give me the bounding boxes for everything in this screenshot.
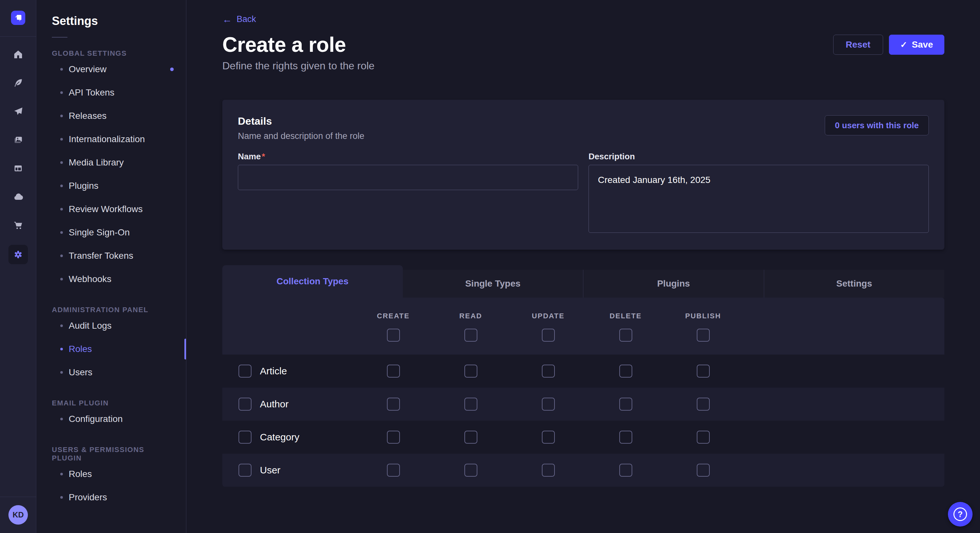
select-all-create-checkbox[interactable] bbox=[387, 329, 400, 342]
sidebar-item-overview[interactable]: Overview bbox=[36, 58, 186, 81]
tab-collection-types[interactable]: Collection Types bbox=[222, 265, 403, 298]
details-title: Details bbox=[238, 115, 364, 127]
tab-plugins[interactable]: Plugins bbox=[583, 270, 764, 298]
user-delete-checkbox[interactable] bbox=[619, 464, 632, 477]
select-all-update-checkbox[interactable] bbox=[542, 329, 555, 342]
bullet-icon bbox=[60, 138, 63, 141]
name-label: Name* bbox=[238, 152, 265, 161]
section-label-administration-panel: ADMINISTRATION PANEL bbox=[52, 306, 170, 314]
feather-icon[interactable] bbox=[9, 74, 27, 92]
subnav-title: Settings bbox=[36, 0, 186, 28]
sidebar-item-plugins[interactable]: Plugins bbox=[36, 174, 186, 198]
user-publish-checkbox[interactable] bbox=[697, 464, 710, 477]
bullet-icon bbox=[60, 278, 63, 281]
page-subtitle: Define the rights given to the role bbox=[222, 60, 944, 72]
home-icon[interactable] bbox=[9, 45, 27, 63]
cart-icon[interactable] bbox=[9, 216, 27, 235]
help-button[interactable]: ? bbox=[948, 502, 972, 527]
cloud-icon[interactable] bbox=[9, 188, 27, 206]
row-select-checkbox[interactable] bbox=[239, 431, 251, 444]
paper-plane-icon[interactable] bbox=[9, 102, 27, 121]
select-all-delete-checkbox[interactable] bbox=[619, 329, 632, 342]
table-row-article: Article bbox=[222, 355, 944, 388]
gear-icon[interactable] bbox=[8, 245, 28, 264]
column-header-read: READ bbox=[432, 312, 509, 320]
sidebar-item-configuration[interactable]: Configuration bbox=[36, 408, 186, 431]
category-publish-checkbox[interactable] bbox=[697, 431, 710, 444]
reset-button[interactable]: Reset bbox=[833, 35, 883, 55]
table-row-user: User bbox=[222, 454, 944, 487]
sidebar-item-single-sign-on[interactable]: Single Sign-On bbox=[36, 221, 186, 244]
article-create-checkbox[interactable] bbox=[387, 365, 400, 378]
sidebar-item-users[interactable]: Users bbox=[36, 361, 186, 384]
article-delete-checkbox[interactable] bbox=[619, 365, 632, 378]
article-publish-checkbox[interactable] bbox=[697, 365, 710, 378]
users-with-role-button[interactable]: 0 users with this role bbox=[825, 115, 929, 135]
user-update-checkbox[interactable] bbox=[542, 464, 555, 477]
column-header-delete: DELETE bbox=[587, 312, 664, 320]
user-create-checkbox[interactable] bbox=[387, 464, 400, 477]
description-label: Description bbox=[589, 152, 635, 161]
sidebar-item-internationalization[interactable]: Internationalization bbox=[36, 128, 186, 151]
author-update-checkbox[interactable] bbox=[542, 398, 555, 411]
category-create-checkbox[interactable] bbox=[387, 431, 400, 444]
subnav-divider bbox=[52, 37, 67, 38]
article-update-checkbox[interactable] bbox=[542, 365, 555, 378]
required-asterisk: * bbox=[262, 152, 265, 161]
bullet-icon bbox=[60, 231, 63, 234]
section-label-email-plugin: EMAIL PLUGIN bbox=[52, 399, 170, 408]
back-link[interactable]: ← Back bbox=[222, 14, 256, 24]
author-delete-checkbox[interactable] bbox=[619, 398, 632, 411]
sidebar-item-api-tokens[interactable]: API Tokens bbox=[36, 81, 186, 104]
save-button[interactable]: ✓ Save bbox=[889, 35, 944, 55]
bullet-icon bbox=[60, 185, 63, 187]
section-label-users-permissions-plugin: USERS & PERMISSIONS PLUGIN bbox=[52, 446, 170, 462]
check-icon: ✓ bbox=[900, 40, 907, 49]
tab-settings[interactable]: Settings bbox=[764, 270, 945, 298]
sidebar-item-webhooks[interactable]: Webhooks bbox=[36, 268, 186, 291]
row-select-checkbox[interactable] bbox=[239, 398, 251, 411]
sidebar-item-review-workflows[interactable]: Review Workflows bbox=[36, 198, 186, 221]
category-delete-checkbox[interactable] bbox=[619, 431, 632, 444]
notification-dot bbox=[170, 68, 174, 71]
sidebar-item-roles-admin[interactable]: Roles bbox=[36, 338, 186, 361]
sidebar-item-audit-logs[interactable]: Audit Logs bbox=[36, 314, 186, 338]
main-content: ← Back Create a role Reset ✓ Save Define… bbox=[187, 0, 980, 533]
category-read-checkbox[interactable] bbox=[465, 431, 477, 444]
layout-icon[interactable] bbox=[9, 159, 27, 178]
author-read-checkbox[interactable] bbox=[465, 398, 477, 411]
row-select-checkbox[interactable] bbox=[239, 464, 251, 477]
avatar[interactable]: KD bbox=[8, 505, 28, 525]
category-update-checkbox[interactable] bbox=[542, 431, 555, 444]
bullet-icon bbox=[60, 208, 63, 211]
select-all-publish-checkbox[interactable] bbox=[697, 329, 710, 342]
pictures-icon[interactable] bbox=[9, 131, 27, 149]
bullet-icon bbox=[60, 418, 63, 420]
row-select-checkbox[interactable] bbox=[239, 365, 251, 378]
author-publish-checkbox[interactable] bbox=[697, 398, 710, 411]
strapi-logo[interactable] bbox=[11, 11, 25, 25]
table-row-category: Category bbox=[222, 420, 944, 454]
details-subtitle: Name and description of the role bbox=[238, 131, 364, 141]
bullet-icon bbox=[60, 68, 63, 71]
bullet-icon bbox=[60, 371, 63, 374]
sidebar-item-releases[interactable]: Releases bbox=[36, 104, 186, 128]
sidebar-item-roles-up[interactable]: Roles bbox=[36, 462, 186, 486]
bullet-icon bbox=[60, 115, 63, 117]
permissions-table: CREATE READ UPDATE DELETE PUBLISH Articl bbox=[222, 298, 944, 487]
name-input[interactable] bbox=[238, 165, 578, 190]
column-header-create: CREATE bbox=[355, 312, 432, 320]
bullet-icon bbox=[60, 348, 63, 351]
description-textarea[interactable]: Created January 16th, 2025 bbox=[589, 165, 929, 233]
details-card: Details Name and description of the role… bbox=[222, 100, 944, 250]
author-create-checkbox[interactable] bbox=[387, 398, 400, 411]
active-item-indicator bbox=[185, 339, 186, 359]
sidebar-item-providers[interactable]: Providers bbox=[36, 486, 186, 509]
select-all-read-checkbox[interactable] bbox=[465, 329, 477, 342]
page-title: Create a role bbox=[222, 33, 346, 57]
sidebar-item-media-library[interactable]: Media Library bbox=[36, 151, 186, 174]
tab-single-types[interactable]: Single Types bbox=[403, 270, 583, 298]
article-read-checkbox[interactable] bbox=[465, 365, 477, 378]
user-read-checkbox[interactable] bbox=[465, 464, 477, 477]
sidebar-item-transfer-tokens[interactable]: Transfer Tokens bbox=[36, 244, 186, 268]
